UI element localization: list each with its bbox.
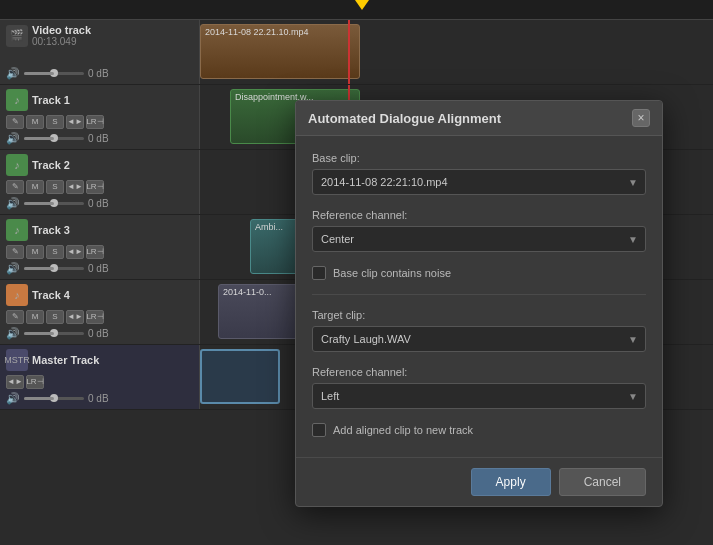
dialog-divider [312,294,646,295]
master-track-volume-row: 🔊 0 dB [6,392,193,405]
volume-icon: 🔊 [6,262,20,275]
apply-button[interactable]: Apply [471,468,551,496]
video-clip[interactable]: 2014-11-08 22.21.10.mp4 [200,24,360,79]
track3-volume-row: 🔊 0 dB [6,262,193,275]
video-track-row: 🎬 Video track 00:13.049 🔊 0 dB 2014-11-0… [0,20,713,85]
edit-btn[interactable]: ✎ [6,245,24,259]
video-track-name: Video track [32,24,91,36]
volume-value: 0 dB [88,393,109,404]
volume-slider[interactable] [24,202,84,205]
volume-icon: 🔊 [6,327,20,340]
target-clip-label: Target clip: [312,309,646,321]
track1-name: Track 1 [32,94,70,106]
volume-slider[interactable] [24,72,84,75]
master-track-header: MSTR Master Track ◄► LR⊣ 🔊 0 dB [0,345,200,409]
base-clip-select-wrapper: 2014-11-08 22:21:10.mp4 ▼ [312,169,646,195]
track1-icon: ♪ [6,89,28,111]
reference-channel-2-select-wrapper: Left ▼ [312,383,646,409]
lr-btn[interactable]: LR⊣ [26,375,44,389]
dialog-titlebar: Automated Dialogue Alignment × [296,101,662,136]
edit-btn[interactable]: ✎ [6,180,24,194]
dialog-body: Base clip: 2014-11-08 22:21:10.mp4 ▼ Ref… [296,136,662,457]
mute-btn[interactable]: M [26,310,44,324]
reference-channel-1-label: Reference channel: [312,209,646,221]
track3-header: ♪ Track 3 ✎ M S ◄► LR⊣ 🔊 0 dB [0,215,200,279]
edit-btn[interactable]: ✎ [6,115,24,129]
playhead [348,20,350,84]
volume-value: 0 dB [88,198,109,209]
lr-btn[interactable]: LR⊣ [86,245,104,259]
base-clip-group: Base clip: 2014-11-08 22:21:10.mp4 ▼ [312,152,646,195]
noise-checkbox-row[interactable]: Base clip contains noise [312,266,646,280]
track1-controls: ✎ M S ◄► LR⊣ [6,115,193,129]
volume-icon: 🔊 [6,67,20,80]
track3-icon: ♪ [6,219,28,241]
video-track-icon: 🎬 [6,25,28,47]
track2-header: ♪ Track 2 ✎ M S ◄► LR⊣ 🔊 0 dB [0,150,200,214]
in-out-btn[interactable]: ◄► [66,115,84,129]
track2-volume-row: 🔊 0 dB [6,197,193,210]
volume-icon: 🔊 [6,197,20,210]
base-clip-select[interactable]: 2014-11-08 22:21:10.mp4 [312,169,646,195]
clip-label: 2014-11-08 22.21.10.mp4 [201,25,359,39]
noise-checkbox[interactable] [312,266,326,280]
edit-btn[interactable]: ✎ [6,310,24,324]
dialog-close-button[interactable]: × [632,109,650,127]
in-out-btn[interactable]: ◄► [66,310,84,324]
volume-icon: 🔊 [6,392,20,405]
mute-btn[interactable]: M [26,245,44,259]
solo-btn[interactable]: S [46,115,64,129]
track4-header: ♪ Track 4 ✎ M S ◄► LR⊣ 🔊 0 dB [0,280,200,344]
master-clip[interactable] [200,349,280,404]
solo-btn[interactable]: S [46,310,64,324]
volume-slider[interactable] [24,332,84,335]
aligned-checkbox-row[interactable]: Add aligned clip to new track [312,423,646,437]
reference-channel-1-group: Reference channel: Center ▼ [312,209,646,252]
track4-clip[interactable]: 2014-11-0... [218,284,298,339]
volume-slider[interactable] [24,267,84,270]
volume-slider[interactable] [24,137,84,140]
video-track-volume-row: 🔊 0 dB [6,67,193,80]
mute-btn[interactable]: M [26,180,44,194]
solo-btn[interactable]: S [46,180,64,194]
aligned-checkbox[interactable] [312,423,326,437]
track2-name: Track 2 [32,159,70,171]
reference-channel-1-select-wrapper: Center ▼ [312,226,646,252]
noise-checkbox-label: Base clip contains noise [333,267,451,279]
volume-value: 0 dB [88,263,109,274]
target-clip-group: Target clip: Crafty Laugh.WAV ▼ [312,309,646,352]
volume-value: 0 dB [88,328,109,339]
cancel-button[interactable]: Cancel [559,468,646,496]
lr-btn[interactable]: LR⊣ [86,180,104,194]
lr-btn[interactable]: LR⊣ [86,310,104,324]
track1-volume-row: 🔊 0 dB [6,132,193,145]
volume-value: 0 dB [88,68,109,79]
in-out-btn[interactable]: ◄► [66,245,84,259]
master-track-icon: MSTR [6,349,28,371]
track4-controls: ✎ M S ◄► LR⊣ [6,310,193,324]
in-out-btn[interactable]: ◄► [6,375,24,389]
video-track-content: 2014-11-08 22.21.10.mp4 [200,20,713,84]
timeline-marker [355,0,369,10]
track3-name: Track 3 [32,224,70,236]
track2-controls: ✎ M S ◄► LR⊣ [6,180,193,194]
dialog-footer: Apply Cancel [296,457,662,506]
track4-name: Track 4 [32,289,70,301]
video-track-time: 00:13.049 [32,36,91,47]
reference-channel-1-select[interactable]: Center [312,226,646,252]
track2-icon: ♪ [6,154,28,176]
base-clip-label: Base clip: [312,152,646,164]
dialog-title: Automated Dialogue Alignment [308,111,501,126]
in-out-btn[interactable]: ◄► [66,180,84,194]
volume-slider[interactable] [24,397,84,400]
track4-volume-row: 🔊 0 dB [6,327,193,340]
lr-btn[interactable]: LR⊣ [86,115,104,129]
mute-btn[interactable]: M [26,115,44,129]
solo-btn[interactable]: S [46,245,64,259]
target-clip-select-wrapper: Crafty Laugh.WAV ▼ [312,326,646,352]
track1-header: ♪ Track 1 ✎ M S ◄► LR⊣ 🔊 0 dB [0,85,200,149]
automated-dialogue-alignment-dialog: Automated Dialogue Alignment × Base clip… [295,100,663,507]
master-track-name: Master Track [32,354,99,366]
reference-channel-2-select[interactable]: Left [312,383,646,409]
target-clip-select[interactable]: Crafty Laugh.WAV [312,326,646,352]
